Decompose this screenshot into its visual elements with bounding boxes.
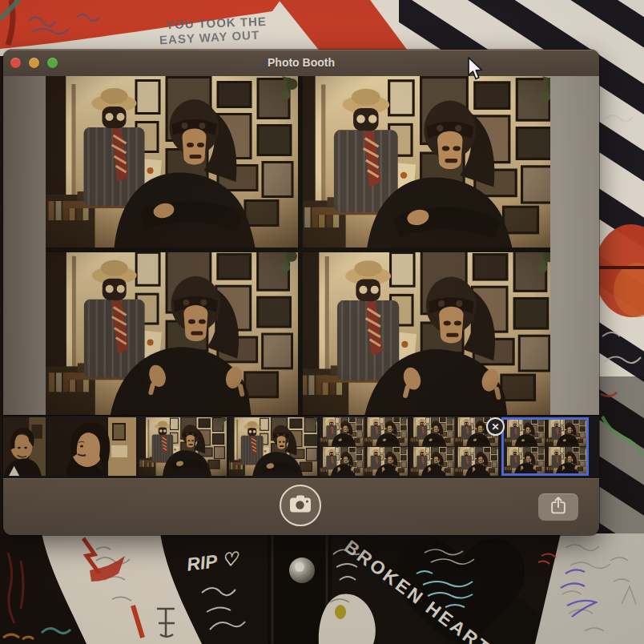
delete-photo-button[interactable]: ✕ — [486, 417, 505, 436]
thumbnail-photo-2[interactable] — [139, 417, 227, 476]
filmstrip[interactable]: ✕ — [3, 415, 599, 478]
photographed-screen: YOU TOOK THE EASY WAY OUT RIP ♡ BROKEN H… — [0, 0, 644, 644]
camera-icon — [289, 495, 312, 517]
delete-icon: ✕ — [491, 422, 499, 432]
photo-quadrant-bottom-right — [303, 252, 550, 415]
thumbnail-photo-1[interactable] — [3, 417, 46, 476]
window-title: Photo Booth — [3, 56, 599, 69]
viewer-area — [3, 76, 599, 415]
thumbnail-4up-selected[interactable] — [501, 417, 589, 476]
thumbnail-4up-1[interactable] — [320, 417, 408, 476]
thumbnail-photo-3[interactable] — [229, 417, 317, 476]
photo-quadrant-top-right — [303, 76, 550, 248]
bottom-toolbar — [3, 478, 599, 535]
take-photo-button[interactable] — [280, 485, 321, 526]
thumbnail-video[interactable] — [48, 417, 136, 476]
photo-booth-window: Photo Booth — [3, 50, 599, 535]
photo-quadrant-top-left — [46, 76, 298, 248]
photo-quadrant-bottom-left — [46, 252, 298, 415]
window-titlebar[interactable]: Photo Booth — [3, 50, 599, 76]
four-up-photo-grid — [46, 76, 550, 415]
share-button[interactable] — [538, 493, 578, 521]
share-icon — [549, 496, 567, 518]
thumbnail-4up-2[interactable] — [410, 417, 498, 476]
